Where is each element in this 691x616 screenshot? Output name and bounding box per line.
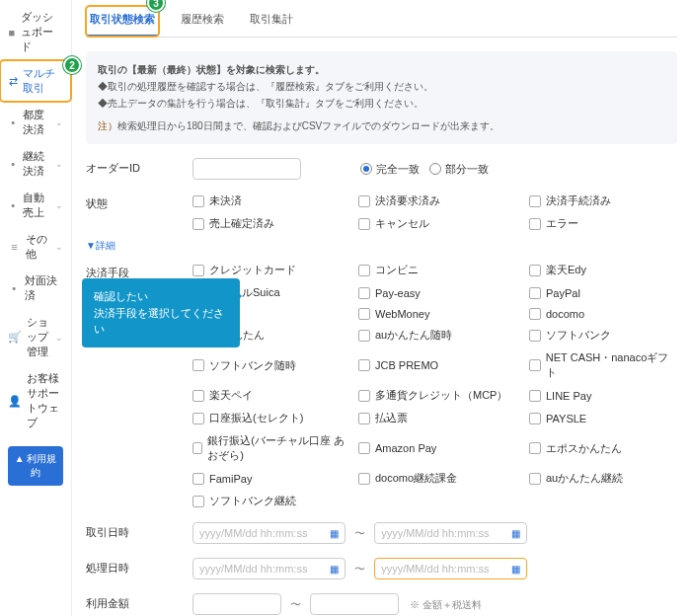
trade-date-from[interactable]: yyyy/MM/dd hh:mm:ss▦ — [192, 522, 346, 544]
sidebar-item-auto[interactable]: • 自動売上 ⌄ — [0, 185, 71, 226]
checkbox-label: FamiPay — [209, 473, 252, 485]
dot-icon: • — [8, 281, 20, 295]
placeholder: yyyy/MM/dd hh:mm:ss — [199, 527, 326, 539]
checkbox-label: PayPal — [546, 287, 580, 299]
method-checkbox[interactable]: docomo継続課金 — [358, 471, 521, 486]
method-checkbox[interactable]: NET CASH・nanacoギフト — [529, 350, 677, 380]
help-line: ◆売上データの集計を行う場合は、『取引集計』タブをご利用ください。 — [98, 95, 665, 112]
details-toggle[interactable]: ▼詳細 — [86, 239, 677, 253]
tab-state-search[interactable]: 取引状態検索 3 — [86, 6, 159, 37]
checkbox-label: ソフトバンク継続 — [209, 494, 296, 508]
amount-from-input[interactable] — [192, 593, 281, 615]
method-checkbox[interactable]: Amazon Pay — [358, 433, 521, 463]
method-checkbox[interactable]: 多通貨クレジット（MCP） — [358, 388, 521, 403]
method-checkbox[interactable]: FamiPay — [192, 471, 350, 486]
terms-button[interactable]: ▲ 利用規約 — [8, 446, 63, 486]
sidebar-item-inperson[interactable]: • 対面決済 — [0, 268, 71, 309]
method-checkbox[interactable]: 口座振込(セレクト) — [192, 411, 350, 425]
cart-icon: 🛒 — [8, 331, 22, 345]
checkbox-label: 決済手続済み — [546, 193, 611, 208]
sidebar-item-label: 自動売上 — [23, 191, 55, 220]
checkbox-label: WebMoney — [375, 308, 429, 320]
checkbox-label: キャンセル — [375, 216, 429, 231]
method-checkbox[interactable]: ソフトバンク継続 — [192, 494, 350, 508]
tab-summary[interactable]: 取引集計 — [246, 6, 297, 37]
dot-icon: • — [8, 116, 18, 129]
list-icon: ≡ — [8, 240, 21, 254]
tilde: 〜 — [354, 527, 365, 539]
sidebar-item-recurring[interactable]: • 継続決済 ⌄ — [0, 143, 71, 185]
calendar-icon: ▦ — [511, 564, 520, 575]
method-checkbox[interactable]: ソフトバンク随時 — [192, 350, 350, 380]
amount-hint: ※ 金額＋税送料 — [410, 599, 482, 610]
checkbox-label: NET CASH・nanacoギフト — [546, 350, 677, 380]
method-checkbox[interactable]: PayPal — [529, 285, 677, 300]
process-date-to[interactable]: yyyy/MM/dd hh:mm:ss▦ — [374, 558, 527, 579]
tab-history[interactable]: 履歴検索 — [177, 6, 228, 37]
search-form: オーダーID 完全一致 部分一致 状態 未決済決済要求済み決済手続済み売上確定済… — [86, 158, 677, 616]
method-checkbox[interactable]: WebMoney — [358, 308, 521, 320]
method-checkbox[interactable]: JCB PREMO — [358, 350, 521, 380]
method-checkbox[interactable]: docomo — [529, 308, 677, 320]
checkbox-icon — [529, 195, 541, 207]
process-date-from[interactable]: yyyy/MM/dd hh:mm:ss▦ — [192, 558, 346, 579]
status-checkbox[interactable]: 売上確定済み — [192, 216, 350, 231]
status-checkbox[interactable]: エラー — [529, 216, 677, 231]
sidebar-item-label: 対面決済 — [25, 273, 63, 303]
help-box: 取引の【最新（最終）状態】を対象に検索します。 ◆取引の処理履歴を確認する場合は… — [86, 51, 677, 144]
checkbox-label: 楽天Edy — [546, 263, 586, 277]
amount-to-input[interactable] — [310, 593, 399, 615]
checkbox-label: 銀行振込(バーチャル口座 あおぞら) — [207, 433, 350, 463]
dot-icon: • — [8, 157, 18, 171]
method-checkbox[interactable]: 楽天ペイ — [192, 388, 350, 403]
method-checkbox[interactable]: コンビニ — [358, 263, 521, 277]
sidebar-item-dashboard[interactable]: ■ ダッシュボード — [0, 4, 71, 60]
method-checkbox[interactable]: Pay-easy — [358, 285, 521, 300]
method-checkbox[interactable]: auかんたん随時 — [358, 328, 521, 343]
status-checkbox[interactable]: キャンセル — [358, 216, 521, 231]
checkbox-label: docomo継続課金 — [375, 471, 457, 486]
match-partial-radio[interactable]: 部分一致 — [429, 162, 489, 177]
method-checkbox[interactable]: 銀行振込(バーチャル口座 あおぞら) — [192, 433, 350, 463]
method-checkbox[interactable]: 払込票 — [358, 411, 521, 425]
checkbox-label: 楽天ペイ — [209, 388, 253, 403]
method-checkbox[interactable]: LINE Pay — [529, 388, 677, 403]
checkbox-label: エポスかんたん — [546, 441, 622, 456]
checkbox-icon — [192, 413, 204, 424]
sidebar-item-label: 継続決済 — [23, 149, 55, 179]
checkbox-icon — [358, 359, 370, 371]
tilde: 〜 — [290, 598, 301, 610]
method-checkbox[interactable]: ソフトバンク — [529, 328, 677, 343]
status-checkbox[interactable]: 決済要求済み — [358, 193, 521, 208]
method-checkbox[interactable]: auかんたん継続 — [529, 471, 677, 486]
sidebar-item-label: ショップ管理 — [27, 315, 55, 359]
callout-line: 確認したい — [94, 288, 228, 305]
match-full-radio[interactable]: 完全一致 — [360, 162, 420, 177]
amount-label: 利用金額 — [86, 593, 192, 611]
note-text: 検索処理日から180日間まで、確認およびCSVファイルでのダウンロードが出来ます… — [117, 120, 499, 131]
callout-tip: 確認したい 決済手段を選択してください — [82, 278, 240, 347]
sidebar-item-shop[interactable]: 🛒 ショップ管理 ⌄ — [0, 309, 71, 365]
checkbox-icon — [529, 473, 541, 485]
checkbox-icon — [529, 265, 541, 276]
sidebar-item-multi[interactable]: ⇄ マルチ取引 2 — [0, 60, 71, 102]
checkbox-label: auかんたん随時 — [375, 328, 452, 343]
order-id-input[interactable] — [192, 158, 301, 180]
checkbox-icon — [192, 496, 204, 507]
method-checkbox[interactable]: エポスかんたん — [529, 433, 677, 463]
exchange-icon: ⇄ — [8, 74, 18, 88]
sidebar-item-spot[interactable]: • 都度決済 ⌄ — [0, 102, 71, 143]
sidebar: ■ ダッシュボード ⇄ マルチ取引 2 • 都度決済 ⌄ • 継続決済 ⌄ • … — [0, 0, 72, 616]
method-checkbox[interactable]: クレジットカード — [192, 263, 350, 277]
help-note: 注）検索処理日から180日間まで、確認およびCSVファイルでのダウンロードが出来… — [98, 117, 665, 134]
sidebar-item-other[interactable]: ≡ その他 ⌄ — [0, 226, 71, 268]
status-checkbox[interactable]: 未決済 — [192, 193, 350, 208]
trade-date-to[interactable]: yyyy/MM/dd hh:mm:ss▦ — [374, 522, 527, 544]
status-checkbox[interactable]: 決済手続済み — [529, 193, 677, 208]
sidebar-item-support[interactable]: 👤 お客様サポートウェブ — [0, 365, 71, 436]
checkbox-icon — [529, 308, 541, 320]
method-checkbox[interactable]: 楽天Edy — [529, 263, 677, 277]
placeholder: yyyy/MM/dd hh:mm:ss — [381, 563, 507, 575]
method-checkbox[interactable]: PAYSLE — [529, 411, 677, 425]
help-title: 取引の【最新（最終）状態】を対象に検索します。 — [98, 61, 665, 78]
